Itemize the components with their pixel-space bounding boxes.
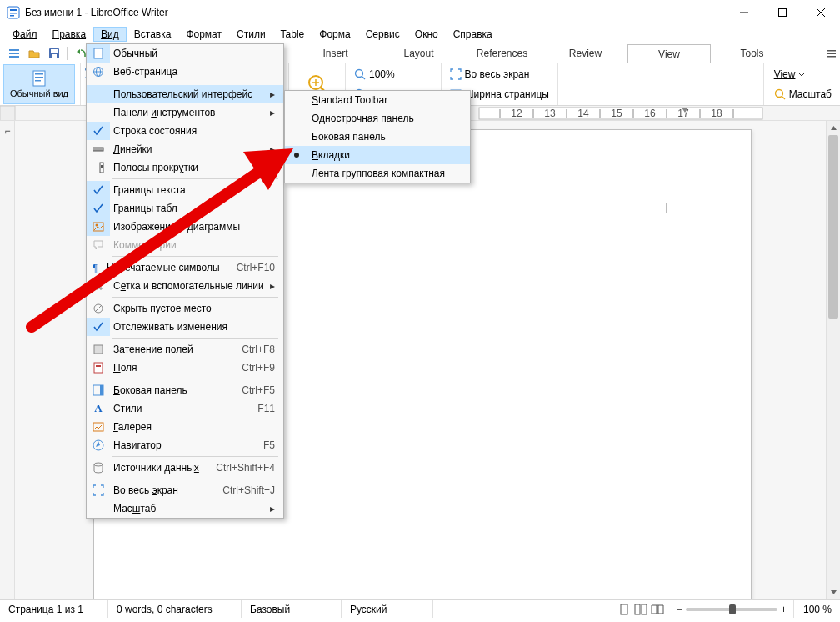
svg-point-32	[775, 90, 782, 98]
menu-item-field-shadings[interactable]: Затенение полей Ctrl+F8	[87, 340, 283, 359]
minimize-button[interactable]	[725, 0, 763, 25]
status-language[interactable]: Русский	[342, 600, 433, 618]
tab-tools[interactable]: Tools	[711, 43, 794, 63]
svg-rect-3	[10, 15, 14, 17]
menu-item-web[interactable]: Веб-страница	[87, 63, 283, 81]
maximize-button[interactable]	[763, 0, 802, 25]
status-wordcount[interactable]: 0 words, 0 characters	[108, 600, 242, 618]
svg-point-25	[356, 70, 363, 78]
submenu-item-single-row[interactable]: Однострочная панель	[285, 109, 470, 128]
menu-item-fullscreen[interactable]: Во весь экран Ctrl+Shift+J	[87, 481, 283, 499]
svg-line-33	[782, 97, 785, 99]
vertical-ruler[interactable]: ⌐	[0, 121, 15, 599]
view-menu-dropdown: Обычный Веб-страница Пользовательский ин…	[86, 43, 284, 519]
menu-window[interactable]: Окно	[408, 27, 446, 42]
menu-service[interactable]: Сервис	[358, 27, 408, 42]
tab-insert[interactable]: Insert	[294, 43, 378, 63]
scroll-up-icon[interactable]	[827, 121, 840, 135]
magnifier-icon	[354, 68, 366, 80]
menu-styles[interactable]: Стили	[229, 27, 273, 42]
status-style[interactable]: Базовый	[242, 600, 342, 618]
view-mode-icons	[612, 603, 670, 616]
close-button[interactable]	[802, 0, 840, 25]
svg-line-77	[95, 305, 102, 312]
zoom-100-button[interactable]: 100%	[351, 65, 436, 83]
book-view-icon[interactable]	[650, 603, 665, 616]
menu-item-zoom[interactable]: Масштаб ▸	[87, 499, 283, 518]
menu-table[interactable]: Table	[273, 27, 312, 42]
menu-item-navigator[interactable]: Навигатор F5	[87, 436, 283, 454]
menu-item-images-charts[interactable]: Изображения и диаграммы	[87, 218, 283, 236]
menu-item-normal[interactable]: Обычный	[87, 44, 283, 63]
single-page-icon[interactable]	[617, 603, 632, 616]
svg-rect-16	[828, 56, 836, 58]
menu-item-ui[interactable]: Пользовательский интерфейс ▸	[87, 85, 283, 103]
tab-view[interactable]: View	[628, 44, 711, 63]
menu-item-statusbar[interactable]: Строка состояния	[87, 122, 283, 140]
menu-edit[interactable]: Правка	[45, 27, 94, 42]
svg-rect-1	[10, 9, 17, 11]
submenu-item-standard-toolbar[interactable]: Standard Toolbar	[285, 91, 470, 109]
menu-item-styles[interactable]: A Стили F11	[87, 399, 283, 418]
zoom-out-icon[interactable]: −	[677, 604, 682, 615]
app-icon	[7, 6, 20, 19]
menu-item-toolbars[interactable]: Панели инструментов ▸	[87, 103, 283, 122]
svg-rect-82	[100, 385, 103, 395]
menu-item-hide-whitespace[interactable]: Скрыть пустое место	[87, 299, 283, 318]
menu-format[interactable]: Формат	[178, 27, 229, 42]
svg-rect-56	[94, 48, 102, 58]
menu-file[interactable]: Файл	[5, 27, 45, 42]
tab-review[interactable]: Review	[544, 43, 628, 63]
svg-point-85	[94, 463, 102, 466]
svg-rect-12	[51, 49, 58, 53]
view-dropdown-button[interactable]: View	[771, 65, 835, 83]
menu-item-table-boundaries[interactable]: Границы табл	[87, 199, 283, 218]
qa-save-icon[interactable]	[45, 44, 63, 63]
menu-item-text-boundaries[interactable]: Границы текста	[87, 181, 283, 199]
ui-submenu-dropdown: Standard Toolbar Однострочная панель Бок…	[284, 90, 471, 183]
multi-page-icon[interactable]	[633, 603, 648, 616]
menu-item-datasources[interactable]: Источники данных Ctrl+Shift+F4	[87, 459, 283, 477]
fullscreen-icon	[450, 68, 462, 80]
svg-rect-5	[779, 9, 787, 17]
scroll-down-icon[interactable]	[827, 585, 840, 599]
menu-item-sidebar[interactable]: Боковая панель Ctrl+F5	[87, 381, 283, 399]
submenu-item-group-compact[interactable]: Лента групповая компактная	[285, 164, 470, 183]
qa-menu-icon[interactable]	[5, 44, 23, 63]
scale-button[interactable]: Масштаб	[771, 85, 835, 103]
submenu-item-tabs[interactable]: Вкладки	[285, 146, 470, 164]
svg-rect-18	[35, 73, 43, 75]
svg-rect-10	[9, 56, 19, 58]
menu-item-grid[interactable]: Сетка и вспомогательные линии ▸	[87, 277, 283, 295]
menu-form[interactable]: Форма	[312, 27, 358, 42]
zoom-in-icon[interactable]: +	[781, 604, 787, 615]
menu-item-nonprinting[interactable]: ¶ Непечатаемые символы Ctrl+F10	[87, 258, 283, 277]
svg-rect-53	[635, 604, 640, 614]
menu-insert[interactable]: Вставка	[127, 27, 179, 42]
menu-item-gallery[interactable]: Галерея	[87, 418, 283, 436]
status-page[interactable]: Страница 1 из 1	[0, 600, 108, 618]
menu-item-track-changes[interactable]: Отслеживать изменения	[87, 318, 283, 336]
svg-text:13: 13	[544, 108, 556, 119]
menubar: Файл Правка Вид Вставка Формат Стили Tab…	[0, 25, 840, 43]
tab-layout[interactable]: Layout	[378, 43, 461, 63]
normal-view-button[interactable]: Обычный вид	[3, 64, 75, 104]
qa-open-icon[interactable]	[25, 44, 43, 63]
tab-references[interactable]: References	[461, 43, 544, 63]
scroll-thumb[interactable]	[828, 135, 838, 319]
menu-item-scrollbars[interactable]: Полосы прокрутки ▸	[87, 158, 283, 177]
zoom-slider[interactable]: − +	[670, 600, 793, 618]
menu-help[interactable]: Справка	[446, 27, 500, 42]
svg-text:15: 15	[611, 108, 622, 119]
submenu-item-side-panel[interactable]: Боковая панель	[285, 128, 470, 146]
svg-text:14: 14	[578, 108, 589, 119]
menu-view[interactable]: Вид	[93, 27, 127, 42]
normal-view-label: Обычный вид	[10, 88, 68, 98]
menu-item-rulers[interactable]: Линейки ▸	[87, 140, 283, 158]
vertical-scrollbar[interactable]	[826, 121, 840, 599]
svg-rect-78	[94, 345, 102, 354]
menu-item-fields[interactable]: Поля Ctrl+F9	[87, 359, 283, 377]
notebookbar-more-icon[interactable]	[822, 43, 840, 63]
fullscreen-button[interactable]: Во весь экран	[447, 65, 552, 83]
status-zoom[interactable]: 100 %	[793, 600, 840, 618]
